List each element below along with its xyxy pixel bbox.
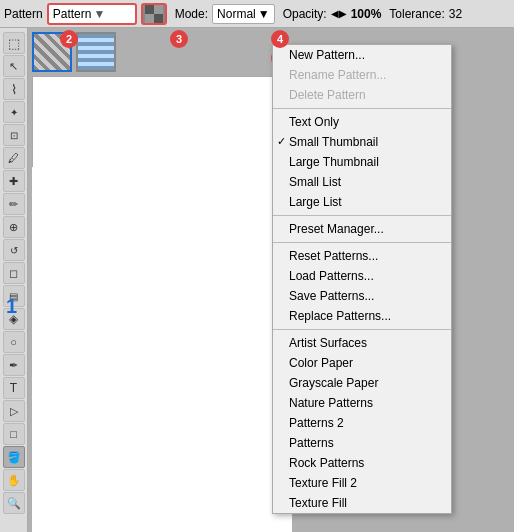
menu-small-list[interactable]: Small List	[273, 172, 451, 192]
separator-2	[273, 215, 451, 216]
mode-label: Mode:	[175, 7, 208, 21]
pattern-options-menu: New Pattern... Rename Pattern... Delete …	[272, 44, 452, 514]
menu-large-thumbnail[interactable]: Large Thumbnail	[273, 152, 451, 172]
menu-patterns2[interactable]: Patterns 2	[273, 413, 451, 433]
menu-nature-patterns[interactable]: Nature Patterns	[273, 393, 451, 413]
tool-zoom[interactable]: 🔍	[3, 492, 25, 514]
opacity-arrows-icon[interactable]: ◀▶	[331, 8, 347, 19]
menu-artist-surfaces[interactable]: Artist Surfaces	[273, 333, 451, 353]
svg-rect-1	[154, 5, 163, 14]
menu-save-patterns[interactable]: Save Patterns...	[273, 286, 451, 306]
menu-preset-manager[interactable]: Preset Manager...	[273, 219, 451, 239]
tool-dodge[interactable]: ○	[3, 331, 25, 353]
mode-value: Normal	[217, 7, 256, 21]
menu-reset-patterns[interactable]: Reset Patterns...	[273, 246, 451, 266]
mode-dropdown[interactable]: Normal ▼	[212, 4, 275, 24]
annotation-4: 4	[271, 30, 289, 48]
tool-healing[interactable]: ✚	[3, 170, 25, 192]
menu-delete-pattern: Delete Pattern	[273, 85, 451, 105]
opacity-label: Opacity:	[283, 7, 327, 21]
tool-magic-wand[interactable]: ✦	[3, 101, 25, 123]
menu-color-paper[interactable]: Color Paper	[273, 353, 451, 373]
menu-replace-patterns[interactable]: Replace Patterns...	[273, 306, 451, 326]
document-area	[32, 167, 292, 532]
pattern-thumb-2[interactable]	[76, 32, 116, 72]
tool-shape[interactable]: □	[3, 423, 25, 445]
separator-1	[273, 108, 451, 109]
tool-text[interactable]: T	[3, 377, 25, 399]
separator-4	[273, 329, 451, 330]
tool-move[interactable]: ↖	[3, 55, 25, 77]
tool-marquee[interactable]: ⬚	[3, 32, 25, 54]
annotation-1: 1	[6, 295, 17, 318]
left-toolbar: ⬚ ↖ ⌇ ✦ ⊡ 🖊 ✚ ✏ ⊕ ↺ ◻ ▤ ◈ ○ ✒ T ▷ □ 🪣 ✋ …	[0, 28, 28, 532]
pattern-dropdown[interactable]: Pattern ▼	[47, 3, 137, 25]
pattern-dropdown-value: Pattern	[53, 7, 92, 21]
svg-rect-3	[154, 14, 163, 23]
separator-3	[273, 242, 451, 243]
dropdown-arrow-icon: ▼	[93, 7, 130, 21]
menu-patterns[interactable]: Patterns	[273, 433, 451, 453]
menu-grayscale-paper[interactable]: Grayscale Paper	[273, 373, 451, 393]
tool-pen[interactable]: ✒	[3, 354, 25, 376]
tolerance-label: Tolerance:	[389, 7, 444, 21]
tool-lasso[interactable]: ⌇	[3, 78, 25, 100]
annotation-3: 3	[170, 30, 188, 48]
menu-text-only[interactable]: Text Only	[273, 112, 451, 132]
menu-small-thumbnail[interactable]: Small Thumbnail	[273, 132, 451, 152]
svg-rect-2	[145, 14, 154, 23]
menu-rename-pattern: Rename Pattern...	[273, 65, 451, 85]
pattern-label: Pattern	[4, 7, 43, 21]
tool-path[interactable]: ▷	[3, 400, 25, 422]
menu-texture-fill2[interactable]: Texture Fill 2	[273, 473, 451, 493]
annotation-2: 2	[60, 30, 78, 48]
tool-history-brush[interactable]: ↺	[3, 239, 25, 261]
menu-load-patterns[interactable]: Load Patterns...	[273, 266, 451, 286]
opacity-value: 100%	[351, 7, 382, 21]
svg-rect-0	[145, 5, 154, 14]
swatch-icon	[145, 5, 163, 23]
menu-rock-patterns[interactable]: Rock Patterns	[273, 453, 451, 473]
tool-eraser[interactable]: ◻	[3, 262, 25, 284]
tool-eyedropper[interactable]: 🖊	[3, 147, 25, 169]
tolerance-value: 32	[449, 7, 462, 21]
tool-crop[interactable]: ⊡	[3, 124, 25, 146]
mode-arrow-icon: ▼	[258, 7, 270, 21]
pattern-swatch-button[interactable]	[141, 3, 167, 25]
tool-clone[interactable]: ⊕	[3, 216, 25, 238]
top-toolbar: Pattern Pattern ▼ Mode: Normal ▼ Opacity…	[0, 0, 514, 28]
tool-paint-bucket[interactable]: 🪣	[3, 446, 25, 468]
tool-brush[interactable]: ✏	[3, 193, 25, 215]
menu-large-list[interactable]: Large List	[273, 192, 451, 212]
menu-new-pattern[interactable]: New Pattern...	[273, 45, 451, 65]
menu-texture-fill[interactable]: Texture Fill	[273, 493, 451, 513]
tool-hand[interactable]: ✋	[3, 469, 25, 491]
